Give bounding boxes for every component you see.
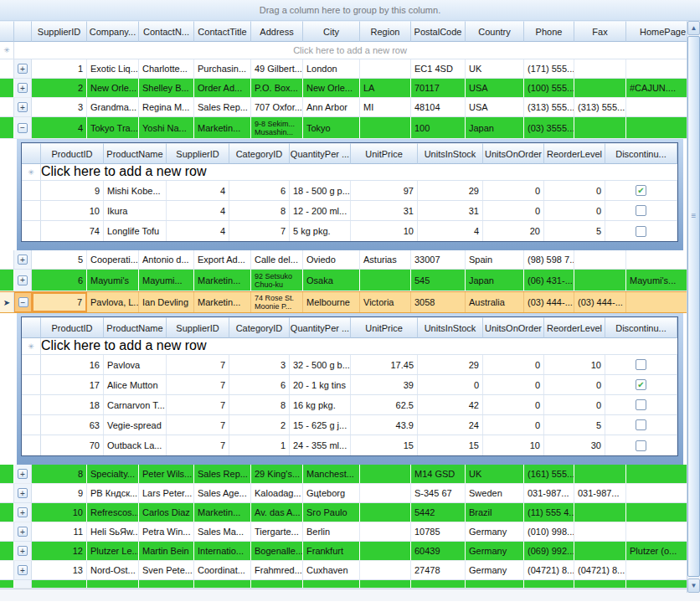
expand-row-button[interactable]: + (18, 102, 28, 112)
cell-units_in_stock[interactable]: 4 (418, 221, 483, 241)
cell-units_in_stock[interactable]: 15 (418, 435, 483, 455)
table-row-supplier-11[interactable]: +11Heli SьЯw...Petra Win...Sales Ma...Ti… (0, 522, 700, 542)
cell-phone[interactable]: (161) 555... (524, 465, 574, 483)
cell-city[interactable]: Cuxhaven (303, 561, 360, 579)
expand-row-button[interactable]: + (18, 488, 28, 498)
expand-cell[interactable]: + (14, 270, 32, 291)
cell-category_id[interactable]: 1 (229, 435, 290, 455)
cell-unit_price[interactable]: 62.5 (351, 395, 418, 414)
column-header-supplier_id[interactable]: SupplierID (32, 21, 87, 42)
cell-country[interactable]: Brazil (466, 503, 524, 522)
cell-quantity_per[interactable]: 32 - 500 g b... (290, 355, 351, 374)
cell-reorder_level[interactable]: 0 (544, 395, 605, 414)
table-row-supplier-5[interactable]: +5Cooperati...Antonio d...Export Ad...Ca… (0, 250, 700, 270)
cell-unit_price[interactable]: 39 (351, 375, 418, 394)
table-row-supplier-7[interactable]: ➤−7Pavlova, L...Ian DevlingMarketin...74… (0, 291, 700, 313)
cell-product_name[interactable]: Alice Mutton (104, 375, 167, 394)
expand-cell[interactable]: − (14, 117, 32, 138)
group-by-panel[interactable]: Drag a column here to group by this colu… (0, 0, 700, 21)
cell-address[interactable] (251, 580, 303, 588)
cell-city[interactable]: Sгo Paulo (303, 503, 360, 522)
cell-units_on_order[interactable]: 0 (483, 395, 544, 414)
cell-region[interactable] (360, 270, 411, 291)
cell-region[interactable]: Victoria (360, 292, 411, 312)
cell-category_id[interactable]: 8 (229, 201, 290, 220)
cell-quantity_per[interactable]: 5 kg pkg. (290, 221, 351, 241)
cell-fax[interactable] (574, 580, 626, 588)
cell-units_on_order[interactable]: 0 (483, 181, 544, 200)
cell-supplier_id[interactable]: 7 (167, 415, 229, 435)
cell-region[interactable] (360, 117, 411, 138)
cell-supplier_id[interactable]: 4 (167, 201, 229, 220)
cell-category_id[interactable]: 6 (229, 181, 290, 200)
cell-country[interactable]: UK (466, 465, 524, 483)
cell-contact_name[interactable]: Carlos Diaz (139, 503, 194, 522)
cell-unit_price[interactable]: 10 (351, 221, 418, 241)
cell-reorder_level[interactable]: 0 (544, 181, 605, 200)
cell-address[interactable]: 9-8 Sekim... Musashin... (251, 117, 303, 138)
cell-product_name[interactable]: Mishi Kobe... (104, 181, 167, 200)
cell-company[interactable]: Exotic Liq... (87, 59, 139, 78)
cell-category_id[interactable]: 7 (229, 221, 290, 241)
cell-fax[interactable] (574, 59, 626, 78)
cell-contact_title[interactable]: Sales Rep... (194, 98, 251, 116)
cell-product_id[interactable]: 74 (41, 221, 104, 241)
cell-quantity_per[interactable]: 15 - 625 g j... (290, 415, 351, 435)
cell-postal_code[interactable]: 48104 (411, 98, 466, 116)
cell-fax[interactable] (574, 465, 626, 483)
cell-postal_code[interactable]: 100 (411, 117, 466, 138)
cell-fax[interactable] (574, 79, 626, 97)
table-row-supplier-10[interactable]: +10Refrescos...Carlos DiazMarketin...Av.… (0, 503, 700, 522)
cell-city[interactable]: Ann Arbor (303, 98, 360, 116)
cell-city[interactable]: London (303, 59, 360, 78)
cell-company[interactable] (87, 580, 139, 588)
cell-postal_code[interactable]: 33007 (411, 250, 466, 269)
cell-country[interactable]: UK (466, 59, 524, 78)
cell-address[interactable]: Frahmred... (251, 561, 303, 579)
column-header-contact_name[interactable]: ContactN... (139, 21, 194, 42)
detail-column-header-reorder_level[interactable]: ReorderLevel (544, 143, 605, 164)
cell-region[interactable] (360, 503, 411, 522)
cell-product_id[interactable]: 63 (41, 415, 104, 435)
main-new-row[interactable]: ✳Click here to add a new row (0, 42, 700, 59)
collapse-row-button[interactable]: − (18, 297, 28, 307)
cell-phone[interactable]: (11) 555 4... (524, 503, 574, 522)
cell-supplier_id[interactable]: 7 (167, 355, 229, 374)
cell-city[interactable]: Frankfurt (303, 542, 360, 560)
detail-new-row[interactable]: ✳Click here to add a new row (22, 164, 677, 181)
cell-quantity_per[interactable]: 24 - 355 ml... (290, 435, 351, 455)
cell-city[interactable]: Tokyo (303, 117, 360, 138)
scroll-up-button[interactable]: ▲ (687, 21, 700, 35)
cell-supplier_id[interactable]: 12 (32, 542, 87, 560)
cell-phone[interactable]: (03) 444-... (524, 292, 574, 312)
column-header-country[interactable]: Country (466, 21, 524, 42)
discontinued-checkbox[interactable]: ✔ (636, 379, 646, 390)
cell-city[interactable]: Osaka (303, 270, 360, 291)
cell-company[interactable]: Grandma... (87, 98, 139, 116)
cell-address[interactable]: Kaloadag... (251, 484, 303, 502)
cell-contact_name[interactable]: Martin Bein (139, 542, 194, 560)
expand-cell[interactable] (14, 580, 32, 588)
cell-unit_price[interactable]: 31 (351, 201, 418, 220)
cell-fax[interactable] (574, 542, 626, 560)
detail-row-indicator-header[interactable] (22, 317, 41, 338)
cell-region[interactable] (360, 484, 411, 502)
discontinued-checkbox[interactable] (636, 419, 646, 430)
cell-supplier_id[interactable]: 7 (167, 395, 229, 414)
cell-country[interactable]: Germany (466, 561, 524, 579)
cell-country[interactable]: Germany (466, 542, 524, 560)
cell-category_id[interactable]: 8 (229, 395, 290, 414)
cell-contact_name[interactable]: Charlotte... (139, 59, 194, 78)
discontinued-checkbox[interactable] (636, 205, 646, 216)
cell-postal_code[interactable]: 27478 (411, 561, 466, 579)
cell-product_id[interactable]: 16 (41, 355, 104, 374)
cell-reorder_level[interactable]: 0 (544, 201, 605, 220)
column-header-address[interactable]: Address (251, 21, 303, 42)
cell-phone[interactable]: 031-987... (524, 484, 574, 502)
cell-contact_name[interactable]: Peter Wils... (139, 465, 194, 483)
cell-supplier_id[interactable]: 3 (32, 98, 87, 116)
detail-column-header-category_id[interactable]: CategoryID (229, 143, 290, 164)
cell-country[interactable] (466, 580, 524, 588)
detail-column-header-product_id[interactable]: ProductID (41, 317, 104, 338)
cell-unit_price[interactable]: 15 (351, 435, 418, 455)
